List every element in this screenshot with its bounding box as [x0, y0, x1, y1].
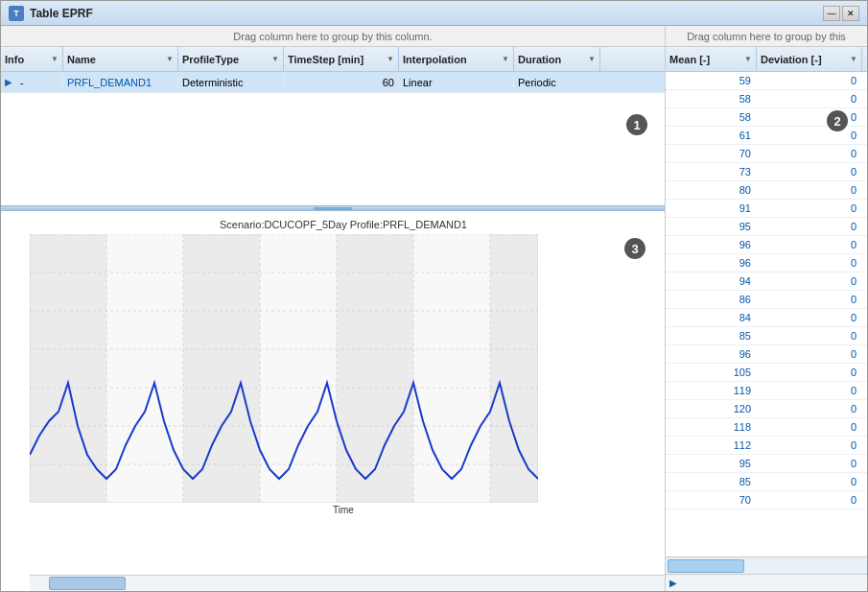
cell-mean: 59	[666, 72, 757, 89]
right-panel: Drag column here to group by this column…	[666, 26, 867, 591]
cell-mean: 85	[666, 327, 757, 344]
left-table-area: Info ▼ Name ▼ ProfileType ▼ TimeStep [mi…	[1, 47, 665, 205]
cell-deviation: 0	[757, 345, 862, 363]
cell-deviation: 0	[757, 218, 862, 235]
right-nav-arrow[interactable]: ▶	[669, 578, 677, 588]
cell-deviation: 0	[757, 418, 862, 436]
col-header-mean[interactable]: Mean [-] ▼	[666, 47, 757, 71]
window-controls: — ✕	[823, 6, 859, 21]
right-table-row[interactable]: 73 0	[666, 163, 867, 181]
svg-rect-4	[490, 234, 538, 503]
col-header-duration[interactable]: Duration ▼	[514, 47, 600, 71]
cell-mean: 94	[666, 272, 757, 290]
cell-deviation: 0	[757, 127, 862, 144]
badge-3: 3	[624, 238, 645, 259]
right-table-row[interactable]: 94 0	[666, 272, 867, 291]
cell-deviation: 0	[757, 236, 862, 253]
left-drag-hint: Drag column here to group by this column…	[1, 26, 665, 47]
right-table-row[interactable]: 59 0	[666, 72, 867, 90]
row-arrow: ▶	[1, 77, 16, 87]
right-table-row[interactable]: 70 0	[666, 145, 867, 163]
cell-deviation: 0	[757, 473, 862, 490]
cell-name: PRFL_DEMAND1	[63, 72, 178, 92]
cell-mean: 91	[666, 200, 757, 217]
col-header-name[interactable]: Name ▼	[63, 47, 178, 71]
right-table-row[interactable]: 58 0	[666, 90, 867, 108]
col-header-interpolation[interactable]: Interpolation ▼	[399, 47, 514, 71]
cell-mean: 105	[666, 364, 757, 381]
table-row[interactable]: ▶ - PRFL_DEMAND1 Deterministic 60 Linear	[1, 72, 665, 93]
right-table-row[interactable]: 120 0	[666, 400, 867, 418]
col-header-deviation[interactable]: Deviation [-] ▼	[757, 47, 862, 71]
sort-icon-mean: ▼	[744, 55, 752, 63]
cell-mean: 80	[666, 181, 757, 199]
cell-deviation: 0	[757, 437, 862, 454]
cell-duration: Periodic	[514, 72, 600, 92]
close-button[interactable]: ✕	[842, 6, 859, 21]
cell-deviation: 0	[757, 382, 862, 399]
sort-icon-name: ▼	[166, 55, 174, 63]
cell-deviation: 0	[757, 181, 862, 199]
right-table-row[interactable]: 70 0	[666, 491, 867, 509]
cell-deviation: 0	[757, 327, 862, 344]
cell-deviation: 0	[757, 455, 862, 472]
right-data-area[interactable]: 2 59 0 58 0 58 0 61 0 70 0 73 0 80 0 91 …	[666, 72, 867, 556]
cell-deviation: 0	[757, 254, 862, 272]
right-table-row[interactable]: 95 0	[666, 455, 867, 473]
right-table-row[interactable]: 80 0	[666, 181, 867, 200]
cell-timestep: 60	[284, 72, 399, 92]
content-area: Drag column here to group by this column…	[1, 26, 867, 591]
badge-1: 1	[626, 114, 647, 135]
cell-mean: 86	[666, 291, 757, 308]
cell-mean: 119	[666, 382, 757, 399]
cell-mean: 85	[666, 473, 757, 490]
col-header-profiletype[interactable]: ProfileType ▼	[178, 47, 284, 71]
cell-mean: 118	[666, 418, 757, 436]
left-grid-header: Info ▼ Name ▼ ProfileType ▼ TimeStep [mi…	[1, 47, 665, 72]
right-table-row[interactable]: 96 0	[666, 254, 867, 272]
cell-deviation: 0	[757, 272, 862, 290]
cell-mean: 96	[666, 345, 757, 363]
cell-info: -	[16, 72, 63, 92]
right-table-row[interactable]: 119 0	[666, 382, 867, 400]
right-table-row[interactable]: 96 0	[666, 345, 867, 364]
right-table-row[interactable]: 85 0	[666, 327, 867, 345]
right-table-row[interactable]: 91 0	[666, 200, 867, 218]
cell-deviation: 0	[757, 145, 862, 162]
right-horizontal-scrollbar[interactable]	[666, 556, 867, 574]
cell-mean: 95	[666, 218, 757, 235]
svg-rect-2	[183, 234, 260, 503]
minimize-button[interactable]: —	[823, 6, 840, 21]
cell-mean: 84	[666, 309, 757, 326]
right-table-row[interactable]: 84 0	[666, 309, 867, 327]
right-table-row[interactable]: 95 0	[666, 218, 867, 236]
scrollbar-thumb[interactable]	[49, 577, 126, 590]
right-table-row[interactable]: 85 0	[666, 473, 867, 491]
cell-deviation: 0	[757, 291, 862, 308]
cell-mean: 61	[666, 127, 757, 144]
right-grid-header: Mean [-] ▼ Deviation [-] ▼	[666, 47, 867, 72]
chart-area: Scenario:DCUCOPF_5Day Profile:PRFL_DEMAN…	[1, 211, 665, 591]
cell-deviation: 0	[757, 491, 862, 509]
sort-icon-duration: ▼	[588, 55, 596, 63]
sort-icon-deviation: ▼	[850, 55, 857, 63]
cell-deviation: 0	[757, 72, 862, 89]
title-bar: T Table EPRF — ✕	[1, 1, 867, 26]
svg-rect-3	[337, 234, 413, 503]
right-table-row[interactable]: 86 0	[666, 291, 867, 309]
cell-mean: 70	[666, 145, 757, 162]
cell-deviation: 0	[757, 309, 862, 326]
cell-mean: 95	[666, 455, 757, 472]
sort-icon-timestep: ▼	[387, 55, 394, 63]
col-header-info[interactable]: Info ▼	[1, 47, 63, 71]
right-table-row[interactable]: 105 0	[666, 364, 867, 382]
right-table-row[interactable]: 112 0	[666, 437, 867, 455]
right-table-row[interactable]: 96 0	[666, 236, 867, 254]
right-table-row[interactable]: 118 0	[666, 418, 867, 437]
table-empty-area	[1, 93, 665, 205]
left-horizontal-scrollbar[interactable]	[30, 575, 665, 591]
col-header-timestep[interactable]: TimeStep [min] ▼	[284, 47, 399, 71]
right-drag-hint: Drag column here to group by this column…	[666, 26, 867, 47]
cell-mean: 96	[666, 236, 757, 253]
right-scroll-thumb[interactable]	[668, 559, 744, 573]
